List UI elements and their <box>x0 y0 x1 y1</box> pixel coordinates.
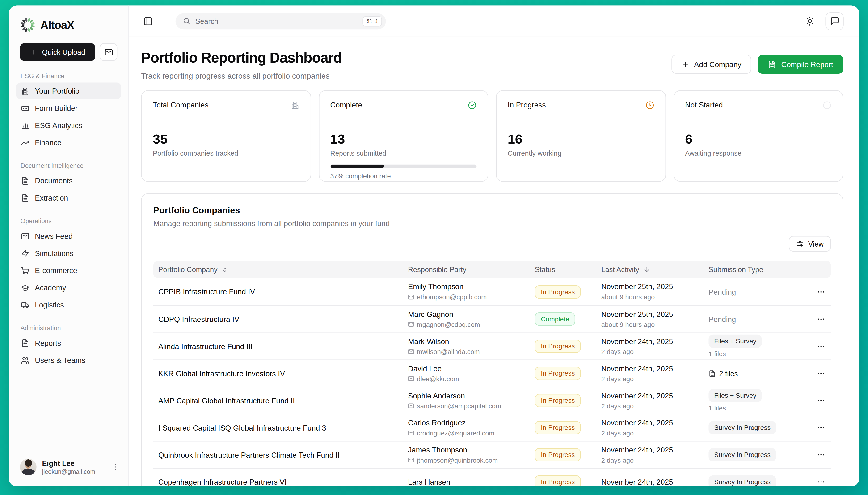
sidebar-toggle-button[interactable] <box>143 16 153 26</box>
plus-icon <box>30 48 38 56</box>
activity-relative: about 9 hours ago <box>601 293 705 301</box>
status-cell: In Progress <box>531 421 598 434</box>
sidebar-item-documents[interactable]: Documents <box>16 172 121 189</box>
table-row[interactable]: Quinbrook Infrastructure Partners Climat… <box>154 441 831 468</box>
sidebar-item-esg-analytics[interactable]: ESG Analytics <box>16 117 121 133</box>
sidebar-item-label: Simulations <box>35 249 74 257</box>
row-actions-button[interactable] <box>808 450 832 459</box>
user-menu-icon[interactable] <box>112 463 120 471</box>
activity-date: November 25th, 2025 <box>601 283 705 291</box>
sidebar-item-extraction[interactable]: Extraction <box>16 189 121 206</box>
table-row[interactable]: CPPIB Infrastructure Fund IVEmily Thomps… <box>154 278 831 305</box>
sidebar-item-academy[interactable]: Academy <box>16 279 121 296</box>
sidebar-item-logistics[interactable]: Logistics <box>16 296 121 313</box>
table-row[interactable]: AMP Capital Global Infrastructure Fund I… <box>154 387 831 414</box>
quick-upload-button[interactable]: Quick Upload <box>20 43 95 61</box>
table-row[interactable]: Copenhagen Infrastructure Partners VILar… <box>154 468 831 486</box>
table-row[interactable]: I Squared Capital ISQ Global Infrastruct… <box>154 414 831 441</box>
status-cell: Complete <box>531 312 598 326</box>
column-header-portfolio-company[interactable]: Portfolio Company <box>154 266 405 274</box>
mail-icon <box>408 457 414 463</box>
arrow-down-icon <box>643 266 650 273</box>
last-activity-cell: November 24th, 20252 days ago <box>598 446 705 464</box>
panel-left-icon <box>143 16 153 26</box>
sidebar-item-reports[interactable]: Reports <box>16 335 121 351</box>
stat-value: 6 <box>685 132 831 146</box>
row-actions-button[interactable] <box>808 342 832 351</box>
feedback-button[interactable] <box>825 12 844 30</box>
sidebar-item-news-feed[interactable]: News Feed <box>16 228 121 244</box>
sidebar-item-label: Your Portfolio <box>35 87 79 95</box>
responsible-party-cell: Sophie Andersonsanderson@ampcapital.com <box>405 391 531 410</box>
sidebar-item-label: Reports <box>35 339 61 347</box>
cart-icon <box>21 266 29 274</box>
row-actions-button[interactable] <box>808 287 832 296</box>
altoax-logo-icon <box>20 17 35 33</box>
mail-icon <box>21 232 29 240</box>
mail-icon <box>408 376 414 382</box>
submission-type-badge: Files + Survey <box>708 389 762 402</box>
table-row[interactable]: Alinda Infrastructure Fund IIIMark Wilso… <box>154 332 831 359</box>
row-actions-button[interactable] <box>808 314 832 324</box>
sidebar-item-label: Academy <box>35 284 66 292</box>
stat-caption: Reports submitted <box>330 150 477 157</box>
sidebar-item-users-teams[interactable]: Users & Teams <box>16 352 121 369</box>
company-name: KKR Global Infrastructure Investors IV <box>154 369 405 377</box>
row-actions-button[interactable] <box>808 423 832 432</box>
view-button[interactable]: View <box>789 236 831 252</box>
add-company-button[interactable]: Add Company <box>671 55 751 74</box>
submission-type-cell: 2 files <box>705 369 808 377</box>
circle-icon <box>823 101 832 110</box>
sidebar-item-e-commerce[interactable]: E-commerce <box>16 262 121 279</box>
stat-caption: Portfolio companies tracked <box>153 150 299 157</box>
stat-title: Not Started <box>685 101 723 109</box>
activity-relative: 2 days ago <box>601 456 705 464</box>
sidebar-item-finance[interactable]: Finance <box>16 134 121 151</box>
contact-name: Emily Thompson <box>408 283 531 291</box>
file-text-icon <box>21 339 29 347</box>
sidebar-section-document-intelligence: Document IntelligenceDocumentsExtraction <box>16 162 121 206</box>
sidebar-item-label: Extraction <box>35 194 68 202</box>
app-name: AltoaX <box>40 19 74 31</box>
truck-icon <box>21 301 29 309</box>
activity-date: November 24th, 2025 <box>601 478 705 486</box>
app-window: AltoaX Quick Upload ESG & FinanceYour Po… <box>9 5 859 486</box>
contact-email: mwilson@alinda.com <box>408 348 531 355</box>
submission-type-cell: Survey In Progress <box>705 475 808 487</box>
sidebar-item-label: E-commerce <box>35 266 77 274</box>
sliders-icon <box>796 240 804 248</box>
inbox-button[interactable] <box>100 43 117 61</box>
main-area: Search ⌘ J Portfolio Reporting Dashboard <box>129 5 859 486</box>
activity-relative: 2 days ago <box>601 402 705 410</box>
compile-report-button[interactable]: Compile Report <box>758 55 843 74</box>
theme-toggle-button[interactable] <box>805 16 815 26</box>
sidebar-item-simulations[interactable]: Simulations <box>16 245 121 261</box>
sidebar-item-form-builder[interactable]: Form Builder <box>16 100 121 116</box>
sidebar-item-label: Logistics <box>35 301 64 309</box>
last-activity-cell: November 24th, 20252 days ago <box>598 419 705 437</box>
table-row[interactable]: KKR Global Infrastructure Investors IVDa… <box>154 359 831 387</box>
submission-type-badge: Files + Survey <box>708 335 762 348</box>
table-row[interactable]: CDPQ Infraestructura IVMarc Gagnonmgagno… <box>154 305 831 332</box>
row-actions-button[interactable] <box>808 369 832 378</box>
stat-title: In Progress <box>508 101 546 109</box>
status-cell: In Progress <box>531 367 598 380</box>
mail-icon <box>408 321 414 327</box>
sidebar-item-your-portfolio[interactable]: Your Portfolio <box>16 83 121 99</box>
sidebar-section-label: Document Intelligence <box>20 162 121 169</box>
status-cell: In Progress <box>531 285 598 298</box>
sidebar-section-label: Operations <box>20 218 121 224</box>
ellipsis-icon <box>817 287 826 296</box>
column-header-last-activity[interactable]: Last Activity <box>598 266 705 274</box>
ellipsis-icon <box>817 342 826 351</box>
last-activity-cell: November 24th, 20252 days ago <box>598 364 705 382</box>
row-actions-button[interactable] <box>808 396 832 405</box>
contact-name: David Lee <box>408 364 531 372</box>
sidebar-item-label: Finance <box>35 138 61 147</box>
status-cell: In Progress <box>531 475 598 487</box>
user-card[interactable]: Eight Lee jleekun@gmail.com <box>9 451 129 486</box>
submission-type-cell: Survey In Progress <box>705 421 808 434</box>
user-name: Eight Lee <box>42 459 106 467</box>
row-actions-button[interactable] <box>808 478 832 487</box>
search-input[interactable]: Search ⌘ J <box>176 13 386 29</box>
